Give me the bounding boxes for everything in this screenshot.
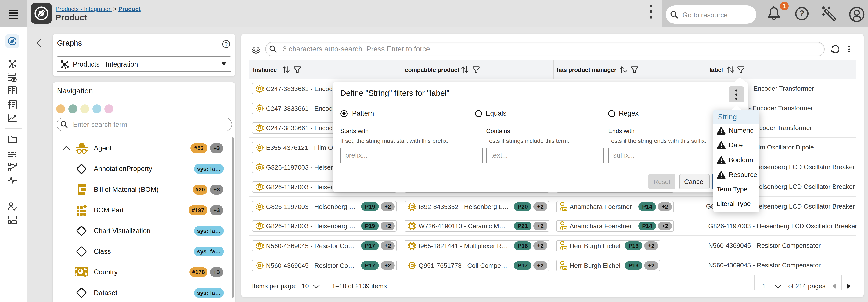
svg-text:?: ? [799,8,805,18]
svg-text:?: ? [225,41,228,47]
